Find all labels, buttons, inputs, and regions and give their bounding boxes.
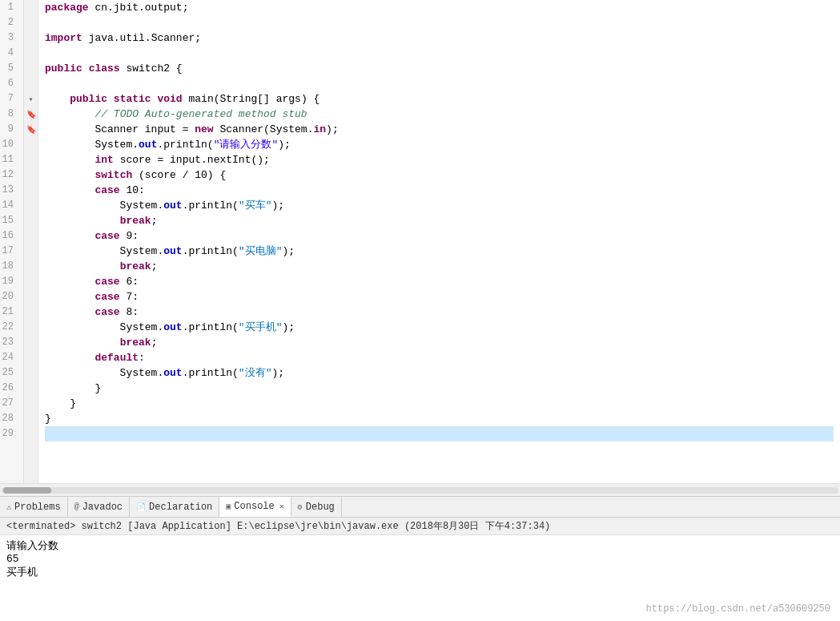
tab-item[interactable]: ⚙Debug — [291, 497, 342, 517]
code-line: System.out.println("买电脑"); — [45, 244, 834, 259]
editor-area: 1234567891011121314151617181920212223242… — [0, 0, 840, 496]
code-line: public static void main(String[] args) { — [45, 91, 834, 107]
tab-item[interactable]: ⚠Problems — [0, 497, 68, 517]
bookmark-icon: 🔖 — [26, 110, 36, 119]
code-line: // TODO Auto-generated method stub — [45, 107, 834, 122]
code-token: break — [120, 335, 151, 350]
line-number: 19 — [0, 274, 18, 289]
code-token: .println( — [183, 365, 239, 381]
code-line: } — [45, 396, 834, 411]
code-token: "没有" — [239, 365, 272, 381]
code-token: cn.jbit.output; — [89, 0, 189, 15]
code-token: case — [94, 274, 119, 289]
code-line: break; — [45, 213, 834, 228]
code-token: System. — [45, 198, 163, 213]
line-number: 11 — [0, 152, 18, 167]
scrollbar-thumb[interactable] — [3, 487, 51, 494]
code-line: break; — [45, 259, 834, 274]
gutter-cell — [24, 304, 38, 320]
code-token: "买手机" — [239, 320, 283, 335]
code-token: 10: — [120, 183, 145, 198]
console-content: 请输入分数65买手机https://blog.csdn.net/a5306092… — [0, 535, 840, 621]
code-line: break; — [45, 335, 834, 350]
line-number: 28 — [0, 411, 18, 426]
code-line: System.out.println("买手机"); — [45, 320, 834, 335]
gutter-cell — [24, 426, 38, 442]
code-token: ; — [151, 259, 158, 274]
code-token: case — [94, 289, 119, 304]
code-token: System. — [45, 365, 163, 381]
code-token — [107, 91, 114, 107]
code-line: int score = input.nextInt(); — [45, 152, 834, 167]
code-token: ); — [282, 320, 295, 335]
tab-bar: ⚠Problems@Javadoc📄Declaration▣Console✕⚙D… — [0, 496, 840, 517]
code-token: ; — [151, 213, 158, 228]
line-number: 27 — [0, 396, 18, 411]
scrollbar-track[interactable] — [2, 487, 838, 494]
tab-item[interactable]: ▣Console✕ — [219, 497, 291, 517]
code-token: } — [45, 381, 101, 396]
tab-icon: ⚠ — [6, 502, 11, 512]
code-token: public — [45, 61, 82, 76]
code-content[interactable]: package cn.jbit.output; import java.util… — [38, 0, 840, 483]
code-token: package — [45, 0, 89, 15]
code-token — [45, 91, 70, 107]
code-token: .println( — [183, 244, 239, 259]
code-line: package cn.jbit.output; — [45, 0, 834, 15]
code-line: System.out.println("买车"); — [45, 198, 834, 213]
code-token — [45, 228, 94, 244]
code-token: System. — [45, 244, 163, 259]
gutter-cell — [24, 365, 38, 381]
code-line — [45, 76, 834, 91]
code-token: main(String[] args) { — [183, 91, 320, 107]
code-line: import java.util.Scanner; — [45, 30, 834, 46]
line-number: 9 — [0, 122, 18, 137]
code-token: case — [94, 228, 119, 244]
code-token — [45, 107, 94, 122]
code-token: java.util.Scanner; — [82, 30, 201, 46]
code-line: case 10: — [45, 183, 834, 198]
code-line: System.out.println("请输入分数"); — [45, 137, 834, 152]
code-token — [45, 274, 94, 289]
line-number: 22 — [0, 320, 18, 335]
code-token — [45, 213, 120, 228]
console-line: 买手机 — [6, 565, 834, 579]
code-line — [45, 46, 834, 61]
line-number: 5 — [0, 61, 18, 76]
tab-item[interactable]: 📄Declaration — [130, 497, 219, 517]
line-number: 6 — [0, 76, 18, 91]
code-token: class — [89, 61, 120, 76]
code-token: ); — [271, 365, 284, 381]
code-line: case 7: — [45, 289, 834, 304]
gutter-cell — [24, 198, 38, 213]
code-token: ); — [282, 244, 295, 259]
tab-close-button[interactable]: ✕ — [279, 502, 284, 511]
code-token: import — [45, 30, 82, 46]
tab-icon: ⚙ — [298, 502, 303, 512]
console-panel: <terminated> switch2 [Java Application] … — [0, 517, 840, 621]
code-token: .println( — [157, 137, 213, 152]
gutter-cell — [24, 76, 38, 91]
tab-item[interactable]: @Javadoc — [68, 497, 130, 517]
code-token: System. — [45, 320, 163, 335]
gutter-cell — [24, 381, 38, 396]
code-token: case — [94, 304, 119, 320]
tab-icon: 📄 — [136, 502, 146, 512]
code-token: switch2 { — [120, 61, 183, 76]
gutter-cell: ▾ — [24, 91, 38, 107]
code-line: case 6: — [45, 274, 834, 289]
code-line: } — [45, 381, 834, 396]
code-token: "买车" — [239, 198, 272, 213]
code-token — [45, 183, 94, 198]
gutter-cell — [24, 137, 38, 152]
code-token: out — [163, 320, 182, 335]
code-token: Scanner(System. — [214, 122, 314, 137]
gutter-cell — [24, 167, 38, 183]
scrollbar-h[interactable] — [0, 483, 840, 496]
code-token: score = input.nextInt(); — [114, 152, 270, 167]
gutter-cell — [24, 61, 38, 76]
code-token: System. — [45, 137, 139, 152]
code-token: (score / 10) { — [132, 167, 226, 183]
line-number: 21 — [0, 304, 18, 320]
code-token — [45, 259, 120, 274]
